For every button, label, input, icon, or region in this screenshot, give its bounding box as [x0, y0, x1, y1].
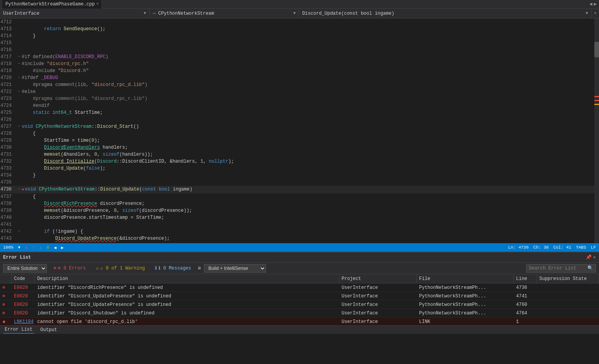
nav-prev-icon[interactable]: ◀: [54, 245, 57, 250]
code-line-4715: 4715: [0, 39, 594, 46]
col-header-project[interactable]: Project: [339, 274, 417, 283]
scroll-right-icon[interactable]: ▶: [594, 1, 597, 7]
row1-line: 4736: [514, 283, 537, 292]
code-line-4726: 4726: [0, 116, 594, 123]
nav-next-icon[interactable]: ▶: [61, 245, 64, 250]
code-line-4743: 4743 Discord_UpdatePresence(&discordPres…: [0, 235, 594, 242]
line-number: Ln: 4736: [508, 245, 529, 250]
code-line-4744: 4744 return;: [0, 242, 594, 243]
nav-member-dropdown[interactable]: Discord_Update(const bool ingame) ▼: [299, 9, 591, 19]
row2-code: E0020: [12, 292, 35, 300]
code-line-4731: 4731 memset(&handlers, 0, sizeof(handler…: [0, 151, 594, 158]
build-scope-dropdown[interactable]: Build + IntelliSense: [204, 264, 266, 273]
navigation-bar: UserInterface ▼ → CPythonNetworkStream ▼…: [0, 9, 599, 19]
row5-line: 1: [514, 318, 537, 325]
error-row-4[interactable]: ⊗ E0020 identifier "Discord_Shutdown" is…: [0, 309, 599, 318]
scope-dropdown[interactable]: Entire Solution: [3, 264, 47, 273]
nav-class-label: UserInterface: [3, 11, 40, 16]
code-line-4723: 4723 #pragma comment(lib, "discord_rpc_r…: [0, 95, 594, 102]
scrollbar-thumb[interactable]: [594, 42, 599, 57]
warnings-filter-btn[interactable]: ⚠ ⚠ 0 of 1 Warning: [92, 264, 148, 273]
row2-project: UserInterface: [339, 292, 417, 300]
warning-filter-icon: ⚠: [96, 265, 98, 271]
active-tab[interactable]: PythonNetworkStreamPhaseGame.cpp ×: [2, 0, 102, 9]
error-row-5[interactable]: ● LNK1104 cannot open file 'discord_rpc_…: [0, 318, 599, 325]
error-count: 7: [32, 245, 35, 250]
error-table: Code Description Project File Line Suppr…: [0, 274, 599, 325]
row3-icon: ⊗: [0, 300, 12, 309]
col-header-icon: [0, 274, 12, 283]
code-line-4729: 4729 StartTime = time(0);: [0, 137, 594, 144]
line-ending[interactable]: LF: [591, 245, 596, 250]
expand-pane-icon[interactable]: +: [594, 11, 597, 16]
tab-error-list[interactable]: Error List: [3, 326, 34, 334]
nav-class-dropdown[interactable]: UserInterface ▼: [0, 9, 150, 19]
row2-file: PythonNetworkStreamPh...: [417, 292, 514, 300]
code-editor: 4712 4713 return SendSequence(); 4714 }: [0, 19, 599, 243]
nav-member-label: Discord_Update(const bool ingame): [302, 11, 394, 16]
row4-line: 4764: [514, 309, 537, 317]
row5-suppression: [537, 318, 599, 325]
status-right: Ln: 4736 Ch: 38 Col: 41 TABS LF: [508, 245, 596, 250]
scroll-left-icon[interactable]: ◀: [590, 1, 592, 7]
row2-line: 4741: [514, 292, 537, 300]
row1-description: identifier "DiscordRichPresence" is unde…: [35, 283, 339, 292]
code-line-4724: 4724 #endif: [0, 102, 594, 109]
error-row-1[interactable]: ⊗ E0020 identifier "DiscordRichPresence"…: [0, 283, 599, 292]
code-line-4720: 4720 − #ifdef _DEBUG: [0, 74, 594, 81]
error-panel-header: Error List 📌 ✕: [0, 252, 599, 263]
col-header-code[interactable]: Code: [12, 274, 35, 283]
row4-description: identifier "Discord_Shutdown" is undefin…: [35, 309, 339, 317]
build-filter-icon[interactable]: ≡: [198, 265, 201, 271]
zoom-level[interactable]: 100%: [3, 245, 13, 250]
pin-icon[interactable]: 📌: [586, 254, 592, 260]
row1-project: UserInterface: [339, 283, 417, 292]
col-header-line[interactable]: Line: [514, 274, 537, 283]
indent-type[interactable]: TABS: [576, 245, 586, 250]
row5-project: UserInterface: [339, 318, 417, 325]
row3-file: PythonNetworkStreamPh...: [417, 300, 514, 309]
code-line-4739: 4739 memset(&discordPresence, 0, sizeof(…: [0, 207, 594, 214]
error-row-2[interactable]: ⊗ E0020 identifier "Discord_UpdatePresen…: [0, 292, 599, 300]
row4-code: E0020: [12, 309, 35, 317]
nav-method-dropdown[interactable]: → CPythonNetworkStream ▼: [150, 9, 299, 19]
messages-filter-btn[interactable]: ℹ ℹ 0 Messages: [152, 264, 195, 273]
code-line-4733: 4733 Discord_Update(false);: [0, 165, 594, 172]
error-row-3[interactable]: ⊗ E0020 identifier "Discord_UpdatePresen…: [0, 300, 599, 309]
code-line-4732: 4732 Discord_Initialize(Discord::Discord…: [0, 158, 594, 165]
code-line-4719: 4719 #include "Discord.h": [0, 67, 594, 74]
row3-suppression: [537, 300, 599, 309]
row2-suppression: [537, 292, 599, 300]
tab-output[interactable]: Output: [39, 326, 59, 333]
char-number: Ch: 38: [533, 245, 549, 250]
row4-icon: ⊗: [0, 309, 12, 317]
row5-description: cannot open file 'discord_rpc_d.lib': [35, 318, 339, 325]
close-tab-icon[interactable]: ×: [96, 2, 98, 6]
row4-file: PythonNetworkStreamPh...: [417, 309, 514, 317]
code-line-4735: 4735: [0, 179, 594, 186]
tab-extra-controls: ◀ ▶: [590, 1, 597, 7]
errors-filter-label: ⊗ 8 Errors: [58, 265, 86, 271]
row4-project: UserInterface: [339, 309, 417, 317]
col-header-description[interactable]: Description: [35, 274, 339, 283]
errors-filter-btn[interactable]: ⊗ ⊗ 8 Errors: [50, 264, 89, 273]
warning-count: 0: [47, 245, 49, 250]
col-number: Col: 41: [553, 245, 571, 250]
search-icon: 🔍: [587, 265, 593, 271]
warning-icon: ⚠: [40, 245, 42, 250]
row1-code: E0020: [12, 283, 35, 292]
vertical-scrollbar[interactable]: [594, 19, 599, 243]
row1-file: PythonNetworkStreamPh...: [417, 283, 514, 292]
code-line-4717: 4717 − #if defined(ENABLE_DISCORD_RPC): [0, 53, 594, 60]
nav-class-arrow-icon: ▼: [144, 11, 146, 15]
code-line-4736: 4736 − ●void CPythonNetworkStream::Disco…: [0, 186, 594, 193]
tab-filename: PythonNetworkStreamPhaseGame.cpp: [5, 2, 95, 7]
error-search-box[interactable]: Search Error List 🔍: [526, 264, 596, 273]
panel-close-icon[interactable]: ✕: [593, 254, 596, 260]
error-panel-title: Error List: [3, 255, 31, 260]
col-header-suppression[interactable]: Suppression State: [537, 274, 599, 283]
status-bar: 100% ▼ ⊗ 7 ⚠ 0 ◀ ▶ Ln: 4736 Ch: 38 Col: …: [0, 243, 599, 252]
zoom-dropdown-icon[interactable]: ▼: [18, 246, 20, 250]
message-filter-icon: ℹ: [155, 265, 157, 271]
col-header-file[interactable]: File: [417, 274, 514, 283]
